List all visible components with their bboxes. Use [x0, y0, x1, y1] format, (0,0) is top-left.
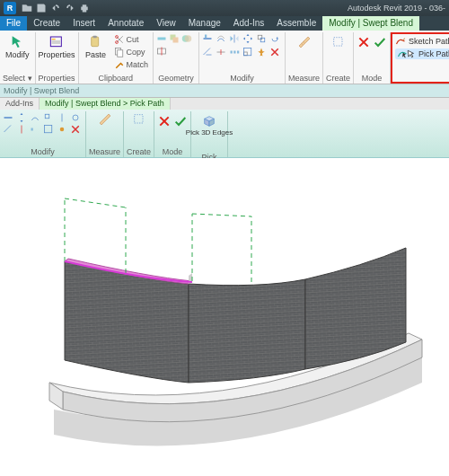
- cope-icon[interactable]: [156, 33, 167, 44]
- copy-button[interactable]: Copy: [112, 46, 151, 57]
- create2-icon[interactable]: [132, 112, 146, 127]
- svg-point-35: [73, 115, 78, 120]
- finish-icon[interactable]: [373, 35, 387, 49]
- cut-geom-icon[interactable]: [169, 33, 180, 44]
- svg-point-14: [185, 35, 192, 42]
- align2-icon[interactable]: [3, 112, 13, 123]
- split2-icon[interactable]: [16, 124, 27, 135]
- offset2-icon[interactable]: [30, 112, 40, 123]
- panel-geometry: Geometry: [154, 32, 199, 84]
- panel2-modify-title: Modify: [31, 146, 55, 157]
- tab-view[interactable]: View: [150, 16, 182, 31]
- match-button[interactable]: Match: [112, 58, 151, 70]
- mirror2-icon[interactable]: [57, 112, 67, 123]
- svg-rect-31: [333, 38, 341, 46]
- scale-icon[interactable]: [242, 47, 253, 57]
- open-icon[interactable]: [22, 3, 32, 13]
- ribbon-secondary: Modify Measure Create Mode Pick 3D Edges…: [0, 110, 449, 158]
- svg-line-51: [192, 214, 251, 216]
- pick-3d-edges-button[interactable]: Pick 3D Edges: [194, 112, 224, 152]
- mirror-icon[interactable]: [229, 33, 240, 44]
- pick-path-button[interactable]: Pick Path: [395, 48, 449, 59]
- finish2-icon[interactable]: [173, 114, 188, 128]
- move2-icon[interactable]: [16, 112, 27, 123]
- split-icon[interactable]: [156, 46, 167, 57]
- svg-point-39: [60, 128, 65, 132]
- panel2-create-title: Create: [127, 146, 151, 157]
- align-icon[interactable]: [202, 33, 213, 44]
- delete-icon[interactable]: [269, 47, 280, 57]
- window-title: Autodesk Revit 2019 - 036-: [348, 4, 445, 13]
- pick-3d-edges-icon: [202, 114, 216, 128]
- tab-annotate[interactable]: Annotate: [101, 16, 150, 31]
- join-icon[interactable]: [181, 33, 192, 44]
- properties-button[interactable]: Properties: [39, 33, 75, 73]
- svg-rect-9: [117, 49, 122, 57]
- rotate2-icon[interactable]: [70, 112, 81, 123]
- tab-modify-swept-blend[interactable]: Modify | Swept Blend: [322, 16, 419, 31]
- split-el-icon[interactable]: [216, 47, 226, 57]
- move-icon[interactable]: [242, 33, 253, 44]
- subtab-addins[interactable]: Add-Ins: [0, 98, 40, 110]
- delete2-icon[interactable]: [70, 124, 81, 135]
- array2-icon[interactable]: [30, 124, 40, 135]
- pin-icon[interactable]: [256, 47, 267, 57]
- quick-access-toolbar: [22, 3, 104, 13]
- trim-icon[interactable]: [202, 47, 213, 57]
- tab-file[interactable]: File: [0, 16, 27, 31]
- svg-rect-33: [45, 114, 49, 119]
- model-view: [0, 158, 449, 463]
- panel2-modify: Modify: [0, 111, 86, 157]
- tab-manage[interactable]: Manage: [182, 16, 227, 31]
- pin2-icon[interactable]: [57, 124, 67, 135]
- ribbon-main: Modify Select ▾ Properties Properties Pa…: [0, 31, 449, 84]
- cancel2-icon[interactable]: [157, 114, 172, 128]
- redo-icon[interactable]: [65, 3, 75, 13]
- copy2-icon[interactable]: [43, 112, 54, 123]
- copy-mod-icon[interactable]: [256, 33, 267, 44]
- cut-button[interactable]: Cut: [112, 33, 151, 45]
- cancel-icon[interactable]: [357, 35, 371, 49]
- offset-icon[interactable]: [216, 33, 226, 44]
- paste-button[interactable]: Paste: [82, 33, 110, 73]
- secondary-tabs: Add-Ins Modify | Swept Blend > Pick Path: [0, 97, 449, 110]
- modify-button[interactable]: Modify: [3, 33, 31, 73]
- svg-rect-38: [45, 126, 52, 133]
- panel-mode: Mode: [354, 32, 391, 84]
- measure-button[interactable]: [293, 33, 316, 73]
- context-strip-label: Modify | Swept Blend: [4, 86, 79, 95]
- scale2-icon[interactable]: [43, 124, 54, 135]
- trim2-icon[interactable]: [3, 124, 13, 135]
- modify-label: Modify: [5, 50, 30, 59]
- tab-insert[interactable]: Insert: [66, 16, 101, 31]
- panel2-measure-title: Measure: [89, 146, 120, 157]
- ribbon-tabs: File Create Insert Annotate View Manage …: [0, 16, 449, 31]
- tab-addins[interactable]: Add-Ins: [227, 16, 270, 31]
- svg-rect-1: [52, 39, 56, 40]
- svg-rect-27: [244, 52, 248, 56]
- panel-clipboard-title: Clipboard: [99, 73, 134, 84]
- save-icon[interactable]: [36, 3, 47, 13]
- panel2-mode-title: Mode: [163, 146, 183, 157]
- dim-icon[interactable]: [93, 3, 104, 13]
- array-icon[interactable]: [229, 47, 240, 57]
- panel-create: Create: [323, 32, 354, 84]
- create-button[interactable]: [328, 33, 349, 73]
- sketch-path-label: Sketch Path: [409, 37, 449, 46]
- sketch-path-button[interactable]: Sketch Path: [395, 36, 449, 47]
- svg-rect-25: [233, 51, 235, 54]
- rotate-icon[interactable]: [269, 33, 280, 44]
- svg-rect-24: [231, 51, 233, 54]
- svg-rect-2: [52, 41, 60, 42]
- viewport-3d[interactable]: [0, 158, 449, 463]
- tab-assemble[interactable]: Assemble: [270, 16, 322, 31]
- app-icon: R: [4, 2, 16, 14]
- measure2-icon[interactable]: [98, 112, 112, 127]
- panel-modify-title: Modify: [230, 73, 254, 84]
- paste-label: Paste: [85, 50, 106, 59]
- print-icon[interactable]: [79, 3, 90, 13]
- undo-icon[interactable]: [50, 3, 61, 13]
- tab-create[interactable]: Create: [27, 16, 66, 31]
- subtab-pickpath[interactable]: Modify | Swept Blend > Pick Path: [40, 98, 171, 110]
- svg-rect-12: [173, 38, 179, 43]
